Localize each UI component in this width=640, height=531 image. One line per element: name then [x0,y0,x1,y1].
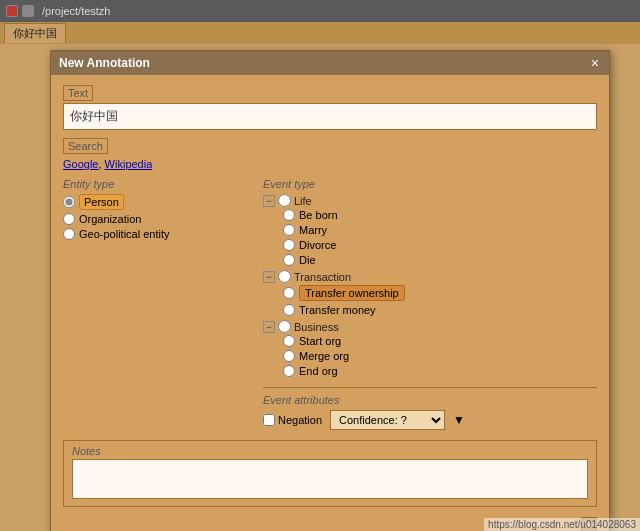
notes-textarea[interactable] [72,459,588,499]
event-marry-radio[interactable] [283,224,295,236]
search-field-group: Search Google, Wikipedia [63,138,597,170]
event-endorg-label: End org [299,365,338,377]
tab-item[interactable]: 你好中国 [4,23,66,43]
window-title: /project/testzh [42,5,110,17]
negation-checkbox[interactable] [263,414,275,426]
search-field-label: Search [63,138,108,154]
life-toggle[interactable]: − [263,195,275,207]
confidence-dropdown-icon: ▼ [453,413,465,427]
event-divorce-label: Divorce [299,239,336,251]
dialog-title: New Annotation [59,56,150,70]
event-group-business: − Business Start org Merge org [263,320,597,377]
event-group-life-row: − Life [263,194,597,207]
event-endorg-radio[interactable] [283,365,295,377]
entity-org-radio[interactable] [63,213,75,225]
transaction-children: Transfer ownership Transfer money [283,285,597,316]
entity-person-radio[interactable] [63,196,75,208]
event-transferownership-item: Transfer ownership [283,285,597,301]
negation-label: Negation [278,414,322,426]
event-life-radio[interactable] [278,194,291,207]
event-attributes-label: Event attributes [263,394,597,406]
wikipedia-link[interactable]: Wikipedia [105,158,153,170]
event-beborn-label: Be born [299,209,338,221]
notes-label: Notes [72,445,588,457]
entity-gpe-radio[interactable] [63,228,75,240]
attr-row: Negation Confidence: ? Confidence: High … [263,410,597,430]
event-startorg-radio[interactable] [283,335,295,347]
transaction-toggle[interactable]: − [263,271,275,283]
new-annotation-dialog: New Annotation × Text 你好中国 Search Google… [50,50,610,531]
event-die-item: Die [283,254,597,266]
notes-section: Notes [63,440,597,507]
event-group-business-row: − Business [263,320,597,333]
entity-type-section: Entity type Person Organization Geo-poli… [63,178,243,430]
event-life-label: Life [294,195,312,207]
event-transfermoney-radio[interactable] [283,304,295,316]
negation-check: Negation [263,414,322,426]
google-link[interactable]: Google [63,158,98,170]
event-transferownership-label: Transfer ownership [299,285,405,301]
entity-org-label: Organization [79,213,141,225]
confidence-select[interactable]: Confidence: ? Confidence: High Confidenc… [330,410,445,430]
dialog-close-button[interactable]: × [589,56,601,70]
event-group-transaction: − Transaction Transfer ownership T [263,270,597,316]
tab-bar: 你好中国 [0,22,640,44]
event-transaction-radio[interactable] [278,270,291,283]
event-attributes-section: Event attributes Negation Confidence: ? … [263,387,597,430]
close-window-btn[interactable] [6,5,18,17]
entity-type-header: Entity type [63,178,243,190]
min-window-btn[interactable] [22,5,34,17]
event-group-life: − Life Be born Marry [263,194,597,266]
main-background: 你好中国 New Annotation × Text 你好中国 Search G… [0,22,640,531]
event-transferownership-radio[interactable] [283,287,295,299]
event-marry-item: Marry [283,224,597,236]
event-type-section: Event type − Life Be born [263,178,597,430]
event-transaction-label: Transaction [294,271,351,283]
event-mergeorg-radio[interactable] [283,350,295,362]
bottom-url: https://blog.csdn.net/u014028063 [484,518,640,531]
business-toggle[interactable]: − [263,321,275,333]
event-die-label: Die [299,254,316,266]
tab-label: 你好中国 [13,27,57,39]
dialog-title-bar: New Annotation × [51,51,609,75]
event-type-header: Event type [263,178,597,190]
text-field-label: Text [63,85,93,101]
event-transfermoney-item: Transfer money [283,304,597,316]
text-field-group: Text 你好中国 [63,85,597,130]
business-children: Start org Merge org End org [283,335,597,377]
event-divorce-radio[interactable] [283,239,295,251]
event-startorg-item: Start org [283,335,597,347]
event-startorg-label: Start org [299,335,341,347]
life-children: Be born Marry Divorce [283,209,597,266]
event-marry-label: Marry [299,224,327,236]
text-field-value: 你好中国 [63,103,597,130]
event-business-radio[interactable] [278,320,291,333]
title-bar: /project/testzh [0,0,640,22]
event-divorce-item: Divorce [283,239,597,251]
event-beborn-item: Be born [283,209,597,221]
event-group-transaction-row: − Transaction [263,270,597,283]
event-business-label: Business [294,321,339,333]
event-beborn-radio[interactable] [283,209,295,221]
entity-person-item: Person [63,194,243,210]
entity-gpe-label: Geo-political entity [79,228,170,240]
event-endorg-item: End org [283,365,597,377]
entity-person-label: Person [79,194,124,210]
dialog-body: Text 你好中国 Search Google, Wikipedia Entit… [51,75,609,440]
entity-event-row: Entity type Person Organization Geo-poli… [63,178,597,430]
event-die-radio[interactable] [283,254,295,266]
entity-gpe-item: Geo-political entity [63,228,243,240]
event-mergeorg-item: Merge org [283,350,597,362]
event-mergeorg-label: Merge org [299,350,349,362]
search-links: Google, Wikipedia [63,158,597,170]
event-transfermoney-label: Transfer money [299,304,376,316]
entity-org-item: Organization [63,213,243,225]
